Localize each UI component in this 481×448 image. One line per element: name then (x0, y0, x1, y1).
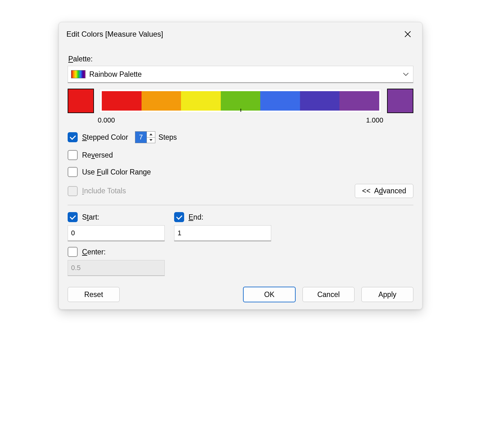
gradient-preview (68, 89, 413, 113)
stepped-color-row: Stepped Color 7 St (68, 131, 413, 143)
center-value: 0.5 (71, 264, 81, 272)
chevron-down-icon (402, 70, 409, 78)
svg-marker-3 (149, 139, 153, 141)
include-totals-row: Include Totals << Advanced (68, 184, 413, 198)
end-label: End: (189, 213, 203, 221)
palette-name: Rainbow Palette (89, 70, 142, 79)
stepped-color-checkbox[interactable] (68, 132, 78, 142)
gradient-range-labels: 0.000 1.000 (68, 113, 413, 124)
cancel-button[interactable]: Cancel (303, 287, 354, 302)
gradient-step (300, 91, 340, 111)
gradient-step (142, 91, 181, 111)
steps-word: Steps (158, 133, 177, 142)
edit-colors-dialog: Edit Colors [Measure Values] Palette: Ra… (59, 22, 422, 310)
center-input: 0.5 (68, 260, 165, 276)
palette-dropdown[interactable]: Rainbow Palette (68, 66, 413, 83)
steps-input[interactable]: 7 (135, 131, 155, 143)
full-range-checkbox[interactable] (68, 167, 78, 177)
titlebar: Edit Colors [Measure Values] (59, 22, 422, 45)
reversed-checkbox[interactable] (68, 150, 78, 160)
gradient-step (260, 91, 300, 111)
palette-label: Palette: (68, 55, 413, 63)
start-value: 0 (71, 229, 75, 237)
close-icon (404, 31, 411, 38)
palette-swatch-icon (71, 70, 85, 78)
steps-value: 7 (135, 132, 147, 143)
end-value: 1 (178, 229, 181, 237)
start-input[interactable]: 0 (68, 225, 165, 241)
gradient-step (181, 91, 221, 111)
apply-button[interactable]: Apply (361, 287, 413, 302)
range-min: 0.000 (98, 116, 115, 124)
end-color-swatch[interactable] (387, 89, 413, 113)
button-row: Reset OK Cancel Apply (68, 287, 413, 302)
range-max: 1.000 (366, 116, 383, 124)
reversed-label: Reversed (82, 151, 113, 159)
gradient-bar[interactable] (102, 91, 379, 111)
advanced-button[interactable]: << Advanced (355, 184, 413, 198)
gradient-center-tick (240, 109, 241, 112)
ok-button[interactable]: OK (243, 287, 296, 302)
stepped-color-label: Stepped Color (82, 133, 128, 142)
gradient-step (221, 91, 261, 111)
start-checkbox[interactable] (68, 212, 78, 222)
gradient-step (339, 91, 379, 111)
reversed-row: Reversed (68, 150, 413, 160)
start-label: Start: (82, 213, 99, 221)
reset-button[interactable]: Reset (68, 287, 120, 302)
steps-up-button[interactable] (147, 132, 155, 138)
end-checkbox[interactable] (174, 212, 184, 222)
full-range-row: Use Full Color Range (68, 167, 413, 177)
center-label: Center: (82, 248, 106, 256)
gradient-step (102, 91, 142, 111)
start-color-swatch[interactable] (68, 89, 94, 113)
steps-down-button[interactable] (147, 138, 155, 143)
end-input[interactable]: 1 (174, 225, 271, 241)
full-range-label: Use Full Color Range (82, 168, 151, 176)
include-totals-label: Include Totals (82, 187, 126, 195)
steps-spinner: 7 Steps (135, 131, 177, 143)
include-totals-checkbox (68, 186, 78, 196)
divider (68, 205, 413, 205)
gradient-bar-wrap (100, 89, 381, 113)
dialog-title: Edit Colors [Measure Values] (66, 30, 163, 39)
svg-marker-2 (149, 133, 153, 135)
close-button[interactable] (401, 27, 415, 41)
center-checkbox[interactable] (68, 247, 78, 257)
